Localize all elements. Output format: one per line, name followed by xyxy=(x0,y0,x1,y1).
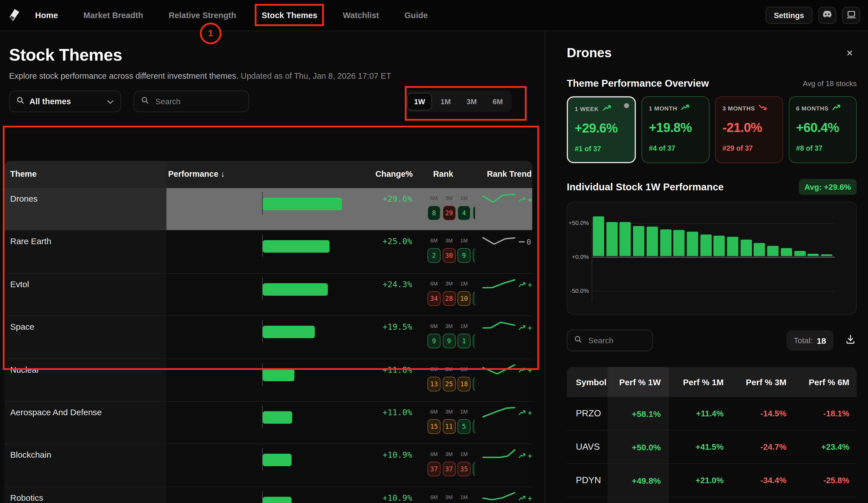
overview-card-3-months[interactable]: 3 MONTHS-21.0%#29 of 37 xyxy=(715,96,783,163)
performance-bar xyxy=(263,326,315,338)
col-performance[interactable]: Performance ↓ xyxy=(168,170,225,178)
theme-row-aerospace-and-defense[interactable]: Aerospace And Defense+11.0%6M3M1M15115+ xyxy=(4,401,532,444)
card-performance-value: +60.4% xyxy=(796,120,849,135)
laptop-icon xyxy=(846,10,856,20)
chart-bar xyxy=(767,246,778,256)
display-mode-button[interactable] xyxy=(842,7,860,24)
rank-period-label: 3M xyxy=(443,238,455,244)
stock-col-symbol: Symbol xyxy=(567,377,608,387)
performance-bar xyxy=(263,496,292,503)
rank-period-label: 3M xyxy=(443,195,455,201)
period-chip-1w[interactable]: 1W xyxy=(407,93,432,110)
nav-item-home[interactable]: Home xyxy=(35,11,58,20)
rank-badge: 37 xyxy=(427,462,441,477)
settings-button[interactable]: Settings xyxy=(765,7,813,24)
nav-item-guide[interactable]: Guide xyxy=(405,11,428,20)
rank-trend-sparkline xyxy=(483,491,515,503)
card-performance-value: +19.8% xyxy=(649,120,702,135)
stock-col-perf-3m[interactable]: Perf % 3M xyxy=(732,377,794,387)
search-icon xyxy=(17,96,24,106)
rank-period-label: 3M xyxy=(443,408,455,415)
themes-search-box xyxy=(134,91,249,112)
theme-row-rare-earth[interactable]: Rare Earth+25.0%6M3M1M23090 xyxy=(4,230,532,273)
rank-period-label: 1M xyxy=(457,408,471,415)
stock-row-airo[interactable]: AIRO+44.1%+24.7%-36.8%-51.1% xyxy=(567,497,857,503)
rank-badge-clipped xyxy=(473,291,475,306)
rank-trend-sparkline xyxy=(483,320,515,333)
chart-bar xyxy=(740,240,752,256)
change-percent: +24.3% xyxy=(382,280,412,289)
rank-trend-sparkline xyxy=(483,406,515,419)
nav-item-label: Guide xyxy=(405,11,428,20)
card-rank: #4 of 37 xyxy=(649,144,702,152)
card-title-row: 1 WEEK xyxy=(575,104,628,113)
rank-trend-label: + xyxy=(519,493,532,503)
chart-bar xyxy=(754,243,765,256)
annotation-step-circle: 1 xyxy=(200,23,221,44)
rank-badge: 18 xyxy=(457,377,471,391)
nav-item-stock-themes[interactable]: Stock Themes xyxy=(261,11,317,20)
period-toggle-group: 1W1M3M6M xyxy=(405,91,512,112)
rank-period-label: 6M xyxy=(427,280,441,287)
rank-badge: 30 xyxy=(443,248,455,263)
theme-row-evtol[interactable]: Evtol+24.3%6M3M1M342810+ xyxy=(4,273,532,316)
stock-table-header: SymbolPerf % 1WPerf % 1MPerf % 3MPerf % … xyxy=(567,367,857,397)
nav-item-market-breadth[interactable]: Market Breadth xyxy=(83,11,143,20)
stock-row-uavs[interactable]: UAVS+50.0%+41.5%-24.7%+23.4% xyxy=(567,430,857,463)
themes-search-input[interactable] xyxy=(154,96,242,106)
performance-bar xyxy=(263,454,292,466)
overview-card-1-week[interactable]: 1 WEEK+29.6%#1 of 37 xyxy=(567,96,636,163)
stock-row-przo[interactable]: PRZO+58.1%+11.4%-14.5%-18.1% xyxy=(567,397,857,430)
close-icon[interactable]: ✕ xyxy=(843,47,857,59)
stock-table-body: PRZO+58.1%+11.4%-14.5%-18.1%UAVS+50.0%+4… xyxy=(567,397,857,503)
theme-filter-dropdown[interactable]: All themes xyxy=(9,91,121,112)
change-percent: +11.8% xyxy=(382,365,412,374)
stock-perf-value: +23.4% xyxy=(794,442,857,451)
discord-button[interactable] xyxy=(818,7,836,24)
rank-period-labels: 6M3M1M xyxy=(427,280,475,287)
stock-search-input[interactable] xyxy=(587,335,645,346)
overview-cards: 1 WEEK+29.6%#1 of 371 MONTH+19.8%#4 of 3… xyxy=(567,96,857,163)
filter-row: All themes 1W1M3M6M xyxy=(9,91,536,112)
rank-badge-clipped xyxy=(473,248,475,263)
theme-row-drones[interactable]: Drones+29.6%6M3M1M8294+ xyxy=(4,188,532,230)
rank-period-labels: 6M3M1M xyxy=(427,195,475,201)
theme-row-robotics[interactable]: Robotics+10.9%6M3M1M293326+ xyxy=(4,486,532,503)
overview-card-1-month[interactable]: 1 MONTH+19.8%#4 of 37 xyxy=(641,96,710,163)
col-rank: Rank xyxy=(433,170,453,178)
period-chip-1m[interactable]: 1M xyxy=(433,93,458,110)
overview-card-6-months[interactable]: 6 MONTHS+60.4%#8 of 37 xyxy=(789,96,857,163)
flat-trend-icon xyxy=(519,242,525,243)
rank-trend-text: + xyxy=(528,494,532,502)
theme-row-space[interactable]: Space+19.5%6M3M1M991+ xyxy=(4,316,532,358)
themes-main-area: Stock Themes Explore stock performance a… xyxy=(0,31,545,503)
rank-period-label: 1M xyxy=(457,280,471,287)
rank-badges: 373735 xyxy=(427,462,475,478)
search-icon xyxy=(574,335,582,346)
stock-col-perf-6m[interactable]: Perf % 6M xyxy=(794,377,857,387)
nav-item-label: Relative Strength xyxy=(169,11,236,20)
nav-item-relative-strength[interactable]: Relative Strength xyxy=(169,11,236,20)
change-percent: +10.9% xyxy=(382,493,412,502)
performance-bar xyxy=(263,198,342,210)
chart-bar xyxy=(673,230,684,256)
download-button[interactable] xyxy=(844,334,857,347)
rank-trend-label: + xyxy=(519,194,532,205)
app-logo-knife-icon[interactable] xyxy=(7,8,21,23)
change-percent: +19.5% xyxy=(382,322,412,331)
period-chip-6m[interactable]: 6M xyxy=(485,93,510,110)
nav-item-watchlist[interactable]: Watchlist xyxy=(343,11,379,20)
stock-col-perf-1m[interactable]: Perf % 1M xyxy=(669,377,732,387)
period-chip-3m[interactable]: 3M xyxy=(459,93,484,110)
stock-col-perf-1w[interactable]: Perf % 1W xyxy=(608,367,669,397)
col-change[interactable]: Change% xyxy=(375,170,412,178)
theme-row-blockchain[interactable]: Blockchain+10.9%6M3M1M373735+ xyxy=(4,444,532,486)
y-axis-line xyxy=(592,218,592,302)
nav-item-label: Market Breadth xyxy=(83,11,143,20)
stock-search-box xyxy=(567,330,653,351)
rank-period-label: 3M xyxy=(443,366,455,372)
theme-row-nuclear[interactable]: Nuclear+11.8%6M3M1M132518+ xyxy=(4,358,532,401)
chart-bar xyxy=(714,235,725,256)
stock-row-pdyn[interactable]: PDYN+49.8%+21.0%-34.4%-25.8% xyxy=(567,463,857,497)
rank-badge: 13 xyxy=(427,377,441,391)
